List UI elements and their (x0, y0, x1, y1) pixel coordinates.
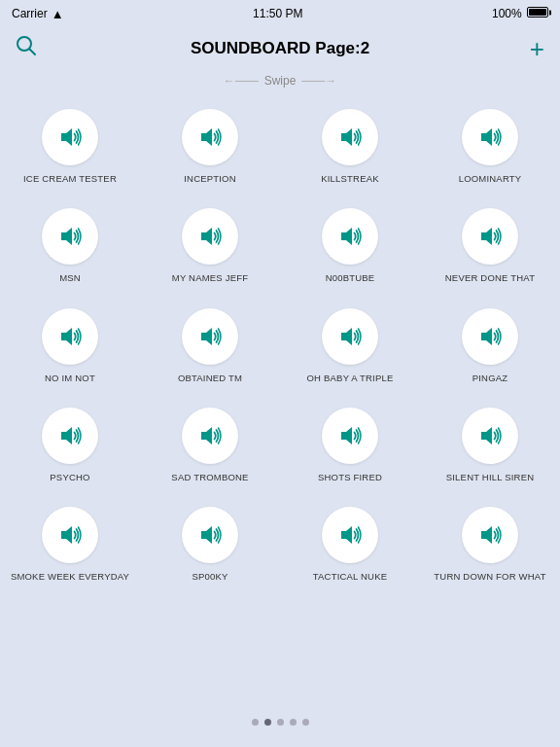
sound-circle (322, 308, 378, 365)
svg-marker-6 (61, 228, 72, 245)
page-dot-5[interactable] (302, 719, 309, 726)
speaker-icon (195, 222, 225, 251)
status-time: 11:50 PM (253, 7, 302, 20)
sound-circle (42, 507, 98, 563)
sound-circle (462, 308, 518, 365)
sound-label: N00BTUBE (326, 272, 375, 284)
svg-marker-10 (61, 328, 72, 345)
sound-item-17[interactable]: SMOKE WEEK EVERYDAY (0, 497, 140, 596)
speaker-icon (335, 123, 365, 152)
speaker-icon (195, 421, 225, 450)
svg-marker-21 (481, 526, 492, 544)
add-button[interactable]: + (530, 34, 544, 64)
sound-label: OBTAINED TM (178, 373, 242, 384)
sound-label: SILENT HILL SIREN (446, 472, 535, 483)
sound-item-18[interactable]: SP00KY (140, 497, 280, 596)
page-dot-4[interactable] (290, 719, 297, 726)
svg-marker-8 (341, 228, 352, 245)
sound-label: INCEPTION (184, 173, 236, 185)
sound-label: PSYCHO (50, 472, 89, 483)
speaker-icon (55, 421, 85, 450)
speaker-icon (55, 322, 85, 351)
sound-label: SHOTS FIRED (318, 472, 382, 483)
sound-label: TACTICAL NUKE (313, 571, 388, 583)
speaker-icon (195, 322, 225, 351)
sound-label: PINGAZ (472, 373, 508, 384)
sound-label: LOOMINARTY (459, 173, 522, 185)
sound-circle (42, 208, 98, 265)
page-dots (0, 711, 560, 737)
sound-item-11[interactable]: OH BABY A TRIPLE (280, 299, 420, 398)
sound-label: SP00KY (192, 571, 228, 583)
sound-item-5[interactable]: MSN (0, 198, 140, 298)
svg-marker-17 (481, 427, 492, 445)
wifi-icon: ▲ (52, 7, 64, 21)
svg-marker-2 (61, 128, 72, 146)
sound-circle (42, 308, 98, 365)
svg-marker-3 (201, 128, 212, 146)
svg-marker-12 (341, 328, 352, 345)
svg-marker-14 (61, 427, 72, 445)
swipe-right-arrow: ——→ (301, 74, 336, 88)
speaker-icon (475, 222, 505, 251)
sound-circle (42, 408, 98, 464)
sound-item-2[interactable]: INCEPTION (140, 99, 280, 198)
sound-item-10[interactable]: OBTAINED TM (140, 299, 280, 398)
svg-line-1 (30, 50, 36, 55)
sound-item-4[interactable]: LOOMINARTY (420, 99, 560, 198)
swipe-hint: ←—— Swipe ——→ (0, 70, 560, 91)
sound-circle (42, 109, 98, 165)
sound-item-15[interactable]: SHOTS FIRED (280, 398, 420, 497)
sound-circle (322, 408, 378, 464)
sound-label: NEVER DONE THAT (445, 272, 535, 284)
sound-item-7[interactable]: N00BTUBE (280, 198, 420, 298)
sound-item-6[interactable]: MY NAMES JEFF (140, 198, 280, 298)
speaker-icon (475, 421, 505, 450)
speaker-icon (475, 123, 505, 152)
speaker-icon (475, 520, 505, 550)
search-button[interactable] (16, 35, 37, 62)
speaker-icon (335, 322, 365, 351)
speaker-icon (475, 322, 505, 351)
sound-item-19[interactable]: TACTICAL NUKE (280, 497, 420, 596)
sound-label: MSN (59, 272, 81, 284)
status-bar: Carrier ▲ 11:50 PM 100% (0, 0, 560, 27)
page-dot-3[interactable] (277, 719, 284, 726)
sound-item-14[interactable]: SAD TROMBONE (140, 398, 280, 497)
sound-circle (182, 109, 238, 165)
sound-item-16[interactable]: SILENT HILL SIREN (420, 398, 560, 497)
svg-marker-4 (341, 128, 352, 146)
speaker-icon (55, 520, 85, 550)
svg-marker-20 (341, 526, 352, 544)
sound-item-1[interactable]: ICE CREAM TESTER (0, 99, 140, 198)
status-left: Carrier ▲ (12, 7, 64, 21)
sound-item-20[interactable]: TURN DOWN FOR WHAT (420, 497, 560, 596)
sound-circle (322, 507, 378, 563)
svg-marker-18 (61, 526, 72, 544)
sound-label: MY NAMES JEFF (172, 272, 248, 284)
speaker-icon (335, 421, 365, 450)
sound-label: TURN DOWN FOR WHAT (434, 571, 545, 583)
page-dot-2[interactable] (264, 719, 271, 726)
svg-marker-5 (481, 128, 492, 146)
sound-label: SAD TROMBONE (171, 472, 248, 483)
sound-item-12[interactable]: PINGAZ (420, 299, 560, 398)
svg-marker-15 (201, 427, 212, 445)
sound-item-8[interactable]: NEVER DONE THAT (420, 198, 560, 298)
svg-marker-16 (341, 427, 352, 445)
speaker-icon (195, 123, 225, 152)
sound-item-3[interactable]: KILLSTREAK (280, 99, 420, 198)
sound-circle (182, 507, 238, 563)
sound-item-13[interactable]: PSYCHO (0, 398, 140, 497)
sound-circle (462, 408, 518, 464)
battery-indicator: 100% (492, 7, 548, 20)
page-dot-1[interactable] (252, 719, 259, 726)
sound-label: SMOKE WEEK EVERYDAY (11, 571, 129, 583)
svg-marker-7 (201, 228, 212, 245)
sound-circle (322, 109, 378, 165)
sound-grid: ICE CREAM TESTER INCEPTION KIL (0, 91, 560, 605)
sound-circle (462, 507, 518, 563)
swipe-label: Swipe (264, 74, 297, 88)
sound-item-9[interactable]: NO IM NOT (0, 299, 140, 398)
nav-bar: SOUNDBOARD Page:2 + (0, 27, 560, 70)
